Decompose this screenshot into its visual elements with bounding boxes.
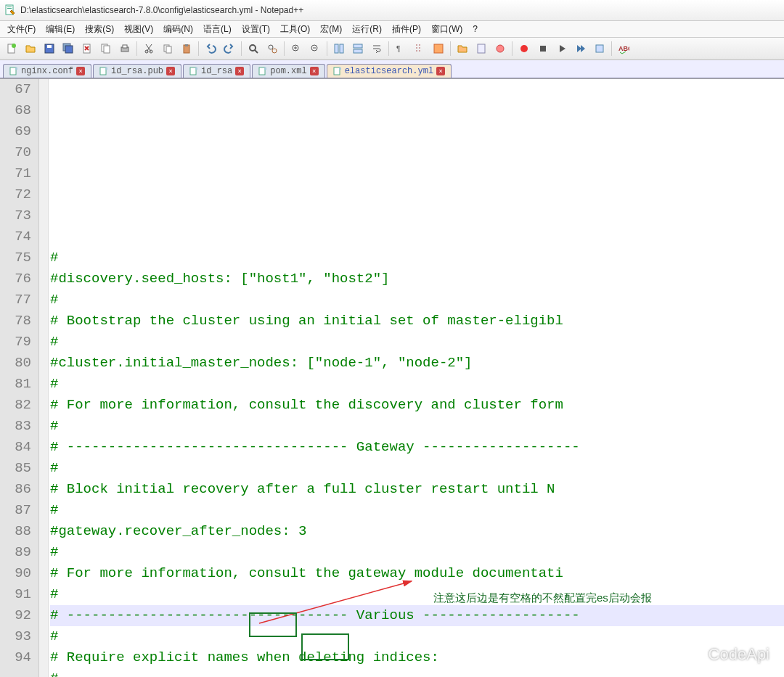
line-number: 86 xyxy=(7,479,31,500)
find-icon[interactable] xyxy=(245,40,262,57)
menu-encoding[interactable]: 编码(N) xyxy=(159,22,197,37)
code-line[interactable]: # For more information, consult the gate… xyxy=(50,563,784,584)
code-line[interactable]: # ---------------------------------- Gat… xyxy=(50,437,784,458)
menu-tools[interactable]: 工具(O) xyxy=(276,22,314,37)
code-line[interactable]: # Bootstrap the cluster using an initial… xyxy=(50,311,784,332)
func-list-icon[interactable] xyxy=(491,40,509,57)
zoom-out-icon[interactable] xyxy=(306,40,324,57)
save-macro-icon[interactable] xyxy=(591,40,608,57)
tab-close-icon[interactable]: × xyxy=(166,67,175,75)
annotation-text: 注意这后边是有空格的不然配置完es启动会报 xyxy=(433,587,652,608)
line-number: 73 xyxy=(7,205,31,226)
code-line[interactable]: # xyxy=(50,668,784,677)
toolbar-separator xyxy=(198,41,199,56)
close-file-icon[interactable] xyxy=(78,40,96,57)
toolbar-separator xyxy=(611,41,612,56)
code-area[interactable]: 注意这后边是有空格的不然配置完es启动会报 ##discovery.seed_h… xyxy=(49,79,784,677)
svg-rect-13 xyxy=(104,46,110,53)
sync-h-icon[interactable] xyxy=(349,40,367,57)
tabbar: nginx.conf×id_rsa.pub×id_rsa×pom.xml×ela… xyxy=(0,60,784,78)
line-number: 75 xyxy=(7,247,31,268)
tab-nginx-conf[interactable]: nginx.conf× xyxy=(3,64,91,78)
menu-settings[interactable]: 设置(T) xyxy=(237,22,274,37)
svg-text:ABC: ABC xyxy=(618,45,629,52)
print-icon[interactable] xyxy=(116,40,134,57)
menu-edit[interactable]: 编辑(E) xyxy=(41,22,79,37)
code-line[interactable]: #cluster.initial_master_nodes: ["node-1"… xyxy=(50,353,784,374)
code-line[interactable]: # xyxy=(50,584,784,605)
code-line[interactable]: # For more information, consult the disc… xyxy=(50,395,784,416)
code-line[interactable]: #discovery.seed_hosts: ["host1", "host2"… xyxy=(50,268,784,290)
svg-rect-6 xyxy=(47,45,52,48)
cut-icon[interactable] xyxy=(140,40,158,57)
code-line[interactable]: # xyxy=(50,332,784,353)
tab-pom-xml[interactable]: pom.xml× xyxy=(252,64,324,78)
play-multi-icon[interactable] xyxy=(572,40,589,57)
highlight-box-1 xyxy=(249,612,297,637)
undo-icon[interactable] xyxy=(202,40,219,57)
menu-language[interactable]: 语言(L) xyxy=(199,22,236,37)
menu-file[interactable]: 文件(F) xyxy=(3,22,40,37)
menu-search[interactable]: 搜索(S) xyxy=(81,22,118,37)
menu-run[interactable]: 运行(R) xyxy=(348,22,386,37)
paste-icon[interactable] xyxy=(178,40,195,57)
code-line[interactable]: # xyxy=(50,458,784,479)
code-line[interactable]: # Block initial recovery after a full cl… xyxy=(50,479,784,500)
code-line[interactable]: #gateway.recover_after_nodes: 3 xyxy=(50,521,784,542)
tab-id_rsa-pub[interactable]: id_rsa.pub× xyxy=(93,64,181,78)
ucase-icon[interactable] xyxy=(430,40,447,57)
zoom-in-icon[interactable] xyxy=(287,40,305,57)
tab-close-icon[interactable]: × xyxy=(76,67,85,75)
show-all-chars-icon[interactable]: ¶ xyxy=(392,40,409,57)
window-title: D:\elasticsearch\elasticsearch-7.8.0\con… xyxy=(20,5,303,15)
save-icon[interactable] xyxy=(41,40,58,57)
replace-icon[interactable] xyxy=(264,40,281,57)
toolbar-separator xyxy=(241,41,242,56)
indent-guide-icon[interactable] xyxy=(411,40,428,57)
code-line[interactable]: # xyxy=(50,416,784,437)
toolbar-separator xyxy=(388,41,389,56)
menu-macro[interactable]: 宏(M) xyxy=(316,22,346,37)
tab-close-icon[interactable]: × xyxy=(235,67,244,75)
code-line[interactable]: # xyxy=(50,626,784,647)
menu-view[interactable]: 视图(V) xyxy=(120,22,158,37)
tab-elasticsearch-yml[interactable]: elasticsearch.yml× xyxy=(327,64,452,78)
code-line[interactable]: # xyxy=(50,500,784,521)
new-file-icon[interactable] xyxy=(3,40,20,57)
svg-rect-2 xyxy=(7,8,12,9)
sync-v-icon[interactable] xyxy=(330,40,348,57)
tab-close-icon[interactable]: × xyxy=(310,67,319,75)
menu-window[interactable]: 窗口(W) xyxy=(427,22,467,37)
svg-point-4 xyxy=(12,44,16,48)
save-all-icon[interactable] xyxy=(60,40,77,57)
record-icon[interactable] xyxy=(515,40,533,57)
close-all-icon[interactable] xyxy=(97,40,115,57)
fold-margin xyxy=(39,79,49,677)
svg-line-25 xyxy=(255,50,258,53)
code-line[interactable]: # xyxy=(50,290,784,311)
code-line[interactable]: # ---------------------------------- Var… xyxy=(50,605,784,626)
app-window: D:\elasticsearch\elasticsearch-7.8.0\con… xyxy=(0,0,784,677)
redo-icon[interactable] xyxy=(221,40,238,57)
code-line[interactable]: # xyxy=(50,247,784,268)
play-icon[interactable] xyxy=(553,40,571,57)
menu-help[interactable]: ? xyxy=(468,22,482,36)
editor[interactable]: 6768697071727374757677787980818283848586… xyxy=(0,78,784,677)
copy-icon[interactable] xyxy=(159,40,176,57)
spellcheck-icon[interactable]: ABC xyxy=(615,40,632,57)
code-line[interactable]: # Require explicit names when deleting i… xyxy=(50,647,784,668)
code-line[interactable]: # xyxy=(50,542,784,563)
line-number: 83 xyxy=(7,416,31,437)
svg-point-59 xyxy=(692,653,699,659)
stop-icon[interactable] xyxy=(534,40,552,57)
wrap-icon[interactable] xyxy=(368,40,385,57)
tab-id_rsa[interactable]: id_rsa× xyxy=(183,64,250,78)
folder-icon[interactable] xyxy=(454,40,471,57)
svg-rect-44 xyxy=(540,46,546,52)
menu-plugins[interactable]: 插件(P) xyxy=(388,22,425,37)
doc-map-icon[interactable] xyxy=(473,40,490,57)
code-line[interactable]: # xyxy=(50,374,784,395)
tab-close-icon[interactable]: × xyxy=(436,67,445,75)
open-file-icon[interactable] xyxy=(22,40,39,57)
tab-label: nginx.conf xyxy=(21,66,73,76)
